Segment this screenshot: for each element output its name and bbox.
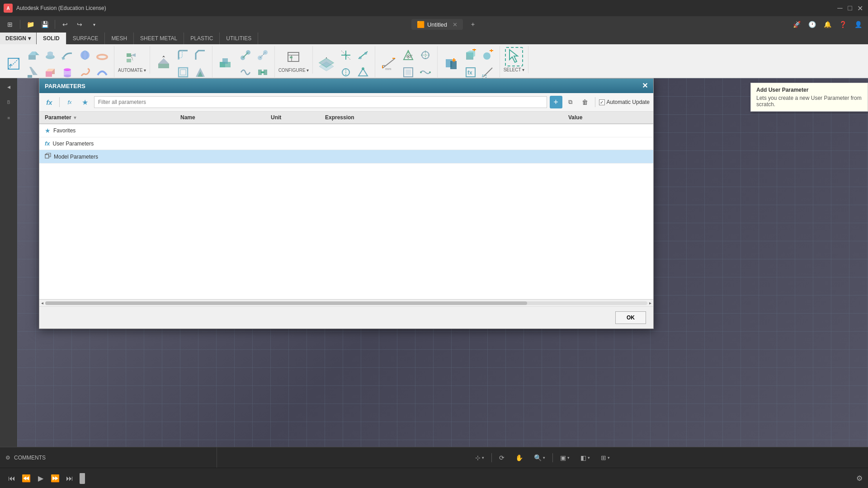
select-button[interactable]	[505, 47, 523, 66]
duplicate-parameter-button[interactable]: ⧉	[564, 96, 577, 108]
construct-btn2[interactable]	[355, 47, 371, 63]
redo-dropdown[interactable]: ▾	[88, 18, 100, 31]
tab-mesh[interactable]: MESH	[105, 33, 134, 44]
ok-button[interactable]: OK	[615, 311, 646, 324]
torus-button[interactable]	[94, 47, 110, 63]
grid-button[interactable]: ⊞ ▾	[597, 451, 613, 464]
tab-plastic[interactable]: PLASTIC	[184, 33, 220, 44]
close-button[interactable]: ✕	[855, 4, 864, 13]
automate-button[interactable]	[122, 47, 142, 67]
comments-gear-icon[interactable]: ⚙	[5, 455, 10, 461]
fx-formula-button[interactable]: fx	[43, 96, 56, 108]
save-button[interactable]: 💾	[38, 18, 51, 31]
sphere-button[interactable]	[77, 47, 93, 63]
favorites-button[interactable]: ★	[79, 96, 91, 108]
sort-arrow-parameter[interactable]: ▼	[73, 115, 77, 120]
toolbar-divider-2	[595, 97, 595, 107]
user-parameters-row[interactable]: fx User Parameters	[39, 137, 653, 150]
offset-plane-button[interactable]	[316, 54, 336, 74]
cube-icon	[45, 153, 51, 160]
model-parameters-row[interactable]: Model Parameters	[39, 150, 653, 164]
tab-surface[interactable]: SURFACE	[66, 33, 105, 44]
zoom-icon: 🔍	[534, 454, 542, 461]
svg-point-52	[359, 56, 362, 59]
undo-button[interactable]: ↩	[59, 18, 71, 31]
sweep-button[interactable]	[59, 47, 75, 63]
add-parameter-button[interactable]: +	[550, 96, 562, 108]
minimize-button[interactable]: ─	[835, 4, 844, 13]
joint-button[interactable]	[237, 47, 254, 63]
help-button[interactable]: ❓	[836, 18, 849, 31]
zoom-button[interactable]: 🔍 ▾	[530, 451, 549, 464]
as-built-joint-button[interactable]	[255, 47, 271, 63]
inspect-btn1[interactable]: 60°	[400, 47, 416, 63]
revolve-button[interactable]	[42, 47, 58, 63]
measure-button[interactable]: mm	[379, 54, 399, 74]
svg-point-15	[64, 68, 71, 71]
create-sketch-button[interactable]	[4, 54, 24, 74]
fillet-button[interactable]	[175, 47, 191, 63]
construct-btn1[interactable]	[338, 47, 354, 63]
tab-close-icon[interactable]: ✕	[453, 21, 458, 28]
select-group-label: SELECT ▾	[504, 66, 524, 72]
fx-function-button[interactable]: fx	[63, 96, 76, 108]
extrude-button[interactable]	[25, 47, 41, 63]
visual-style-button[interactable]: ◧ ▾	[577, 451, 594, 464]
skip-fwd-button[interactable]: ⏭	[63, 472, 76, 485]
scroll-right-arrow[interactable]: ▸	[649, 300, 651, 305]
scroll-left-arrow[interactable]: ◂	[41, 300, 43, 305]
horizontal-scrollbar[interactable]: ◂ ▸	[39, 299, 653, 306]
zoom-arrow: ▾	[543, 455, 545, 460]
svg-marker-5	[36, 52, 39, 55]
chamfer-button[interactable]	[192, 47, 208, 63]
tab-sheet-metal[interactable]: SHEET METAL	[134, 33, 184, 44]
insert-btn2[interactable]	[480, 47, 496, 63]
play-button[interactable]: ▶	[34, 472, 47, 485]
scroll-track[interactable]	[45, 301, 647, 305]
sidebar-expand-button[interactable]: ◂	[2, 80, 15, 94]
new-tab-button[interactable]: ＋	[467, 18, 479, 31]
delete-parameter-button[interactable]: 🗑	[579, 96, 591, 108]
favorites-row[interactable]: ★ Favorites	[39, 124, 653, 137]
timeline-marker[interactable]	[80, 473, 85, 484]
design-arrow: ▾	[28, 35, 31, 42]
configure-button[interactable]	[283, 47, 303, 67]
next-button[interactable]: ⏩	[49, 472, 61, 485]
new-component-button[interactable]	[216, 54, 236, 74]
svg-rect-3	[28, 55, 36, 60]
transport-settings-icon[interactable]: ⚙	[856, 474, 863, 483]
auto-update-checkbox[interactable]	[599, 99, 605, 105]
jobs-button[interactable]: 🕐	[806, 18, 818, 31]
insert-btn1[interactable]	[462, 47, 479, 63]
svg-marker-24	[162, 56, 165, 57]
user-parameters-cell: fx User Parameters	[39, 140, 175, 147]
orbit-button[interactable]: ⟳	[495, 451, 508, 464]
pan-button[interactable]: ✋	[512, 451, 527, 464]
canvas[interactable]: PARAMETERS ✕ fx fx ★ + ⧉ 🗑	[17, 78, 868, 447]
sidebar-browser-button[interactable]: B	[2, 95, 15, 109]
sidebar-item-1[interactable]: ■	[2, 111, 15, 124]
apps-button[interactable]: ⊞	[4, 18, 16, 31]
dialog-close-button[interactable]: ✕	[642, 82, 648, 89]
display-mode-button[interactable]: ▣ ▾	[557, 451, 573, 464]
prev-button[interactable]: ⏪	[20, 472, 33, 485]
svg-rect-8	[28, 75, 32, 78]
table-header: Parameter ▼ Name Unit Expression Value	[39, 112, 653, 124]
redo-button[interactable]: ↪	[73, 18, 86, 31]
scroll-thumb[interactable]	[45, 301, 527, 305]
tab-solid[interactable]: SOLID	[37, 33, 66, 44]
maximize-button[interactable]: □	[845, 4, 854, 13]
filter-input[interactable]	[94, 96, 547, 108]
tab-utilities[interactable]: UTILITIES	[220, 33, 258, 44]
launch-button[interactable]: 🚀	[790, 18, 803, 31]
ribbon-group-configure: CONFIGURE ▾	[275, 46, 313, 74]
notifications-button[interactable]: 🔔	[821, 18, 834, 31]
inspect-btn2[interactable]	[417, 47, 434, 63]
press-pull-button[interactable]	[154, 54, 174, 74]
insert-derive-button[interactable]	[441, 54, 461, 74]
account-button[interactable]: 👤	[852, 18, 864, 31]
skip-back-button[interactable]: ⏮	[5, 472, 18, 485]
open-button[interactable]: 📁	[24, 18, 37, 31]
design-dropdown-button[interactable]: DESIGN ▾	[0, 33, 37, 44]
snap-button[interactable]: ⊹ ▾	[472, 451, 488, 464]
